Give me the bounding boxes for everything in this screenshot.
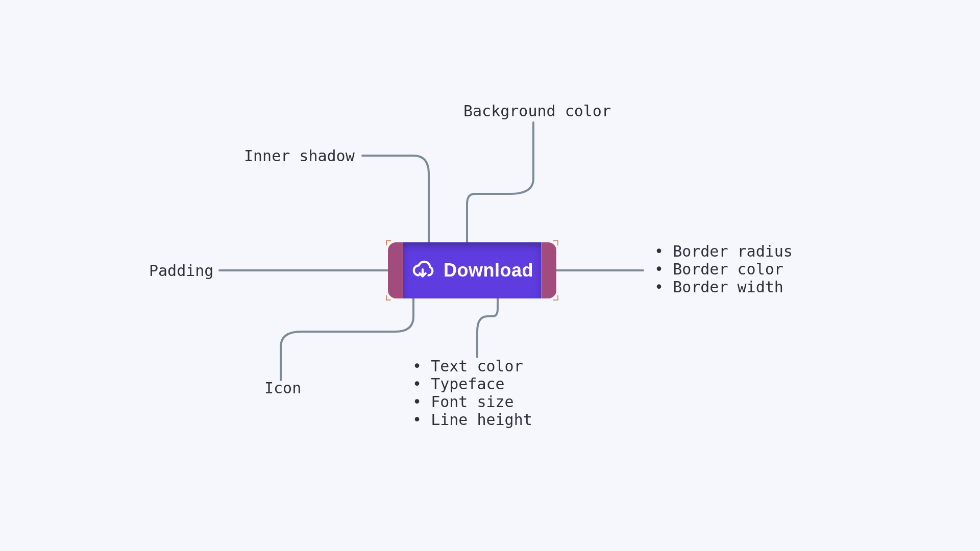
- download-button[interactable]: Download: [403, 242, 541, 298]
- corner-tick: [553, 240, 558, 245]
- annotation-list-item: Border width: [654, 278, 793, 296]
- download-cloud-icon: [411, 259, 434, 282]
- annotation-background-color: Background color: [463, 102, 611, 120]
- corner-tick: [386, 240, 391, 245]
- annotation-list-item: Border color: [654, 260, 793, 278]
- annotation-list-item: Font size: [412, 393, 532, 411]
- download-button-spec: Download: [388, 242, 556, 298]
- corner-tick: [553, 295, 558, 300]
- annotation-border-properties: Border radius Border color Border width: [654, 242, 793, 296]
- annotation-list-item: Line height: [412, 411, 532, 429]
- annotation-text-properties: Text color Typeface Font size Line heigh…: [412, 357, 532, 429]
- annotation-list-item: Border radius: [654, 242, 793, 260]
- annotation-list-item: Typeface: [412, 375, 532, 393]
- annotation-icon: Icon: [264, 379, 301, 397]
- annotation-inner-shadow: Inner shadow: [244, 147, 355, 165]
- padding-region-left: [388, 242, 403, 298]
- padding-region-right: [541, 242, 556, 298]
- download-button-label: Download: [444, 260, 533, 281]
- diagram-stage: Download Background color Inner shadow P…: [0, 0, 980, 551]
- corner-tick: [386, 295, 391, 300]
- annotation-padding: Padding: [149, 262, 213, 280]
- annotation-list-item: Text color: [412, 357, 532, 375]
